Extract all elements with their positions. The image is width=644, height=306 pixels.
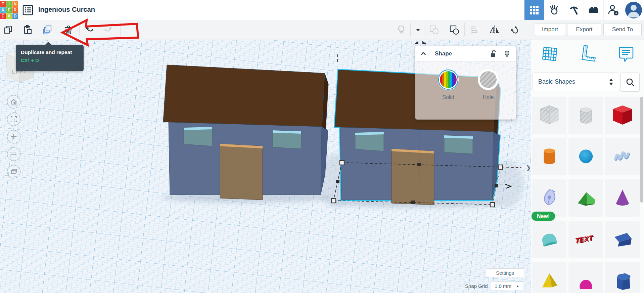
lightbulb-icon[interactable] [503,50,511,57]
shape-tile-cone[interactable] [605,179,640,217]
house-left[interactable] [163,65,328,200]
shape-tile-scribble[interactable] [605,138,640,175]
solid-option[interactable]: Solid [433,69,463,100]
shape-tile-text[interactable]: TEXT TEXT [568,221,603,258]
search-button[interactable] [620,73,640,92]
paraboloid-icon [572,267,600,294]
import-button[interactable]: Import [535,23,565,36]
group-button[interactable] [428,24,440,36]
zoom-in-button[interactable] [7,130,20,143]
snap-grid-label: Snap Grid [465,283,488,289]
fit-view-button[interactable] [7,113,20,126]
panel-scrollbar[interactable] [640,97,643,203]
door[interactable] [392,149,434,205]
tinkercad-logo-icon[interactable]: T I N K E R C A D [0,1,18,19]
text-icon: TEXT TEXT [572,225,600,254]
paste-button[interactable] [22,24,34,36]
redo-button[interactable] [103,24,114,36]
shape-library-panel: Basic Shapes [531,40,644,293]
select-caret-icon [609,78,613,86]
svg-text:A: A [8,14,11,18]
mirror-button[interactable] [489,24,500,36]
minecraft-pickaxe-icon[interactable] [564,0,584,20]
ungroup-button[interactable] [449,24,460,36]
hole-option[interactable]: Hole [473,69,503,100]
door[interactable] [220,144,263,200]
new-badge: New! [532,212,555,221]
search-icon [626,78,635,87]
cone-icon [608,184,637,212]
shape-tile-draw[interactable]: New! [532,179,566,217]
shape-tile-round-roof[interactable] [532,221,566,258]
toolbar-separator [120,23,121,36]
dashboard-grid-icon[interactable] [524,0,544,20]
duplicate-tooltip: Duplicate and repeat Ctrl + D [16,45,84,71]
roof-icon [572,184,600,212]
shape-tile-cylinder-hole[interactable] [568,97,603,134]
shape-tile-polygon[interactable] [605,221,640,258]
mode-switcher [524,0,644,20]
collapse-chevron-icon[interactable] [420,50,427,57]
snap-grid-select[interactable]: 1.0 mm ▲ [491,281,523,290]
invite-person-icon[interactable] [603,0,623,20]
selection-top-arrows [414,41,427,44]
scribble-icon [608,143,637,171]
brick-icon[interactable] [584,0,603,20]
home-view-button[interactable] [7,95,20,108]
delete-button[interactable] [63,24,74,36]
user-avatar[interactable] [623,0,644,20]
svg-text:D: D [14,14,17,18]
shape-tile-box-hole[interactable] [532,97,566,134]
design-properties-icon[interactable] [22,4,34,16]
unlock-icon[interactable] [489,50,497,58]
toolbar-separator [425,23,425,36]
adjust-dropdown-button[interactable] [412,24,424,36]
workplane-magnet-button[interactable] [509,24,520,36]
shape-tile-sphere[interactable] [568,138,603,175]
zoom-out-button[interactable] [7,147,20,161]
duplicate-button[interactable] [42,24,53,36]
toolbar-separator [464,23,465,36]
ruler-tool-icon[interactable] [576,43,599,65]
shape-tile-roof[interactable] [568,179,603,217]
shape-grid: New! [532,97,641,293]
svg-text:TEXT: TEXT [575,233,594,245]
edit-toolbar: Import Export Send To [0,20,644,40]
tinker-hand-icon[interactable] [544,0,564,20]
shape-tile-hex-prism[interactable] [605,262,640,293]
sphere-icon [572,143,600,171]
copy-button[interactable] [3,24,14,36]
cylinder-hole-icon [572,101,600,130]
shape-dialog-header: Shape [415,46,516,61]
perspective-toggle-button[interactable] [7,165,20,178]
tooltip-title: Duplicate and repeat [21,49,84,55]
shape-tile-paraboloid[interactable] [568,262,603,293]
panel-collapse-chevron[interactable]: ❯ [526,164,531,172]
shape-dialog-title: Shape [435,50,452,57]
snap-grid-value: 1.0 mm [495,283,511,289]
workplane-tool-icon[interactable] [538,43,562,65]
toolbar-separator [410,23,411,36]
undo-button[interactable] [84,24,95,36]
shape-tile-box[interactable] [605,97,640,134]
pyramid-icon [535,267,563,294]
notes-tool-icon[interactable] [614,43,637,65]
align-button[interactable] [468,24,480,36]
toolbar-separator [79,23,80,36]
top-bar: T I N K E R C A D Ingenious Curcan [0,0,644,20]
design-title[interactable]: Ingenious Curcan [38,6,95,13]
draw-pen-icon [535,184,563,212]
shape-tile-cylinder[interactable] [532,138,566,175]
adjust-button[interactable] [396,24,407,36]
shape-category-select[interactable]: Basic Shapes [533,73,619,91]
hex-prism-icon [608,267,637,294]
cylinder-icon [535,143,563,171]
export-button[interactable]: Export [567,23,601,36]
box-icon [608,101,637,130]
send-to-button[interactable]: Send To [603,23,642,36]
settings-button[interactable]: Settings [486,268,524,277]
shape-dialog-body: Solid Hole [415,61,516,120]
round-roof-icon [535,225,563,254]
svg-text:E: E [8,8,10,12]
shape-tile-pyramid[interactable] [532,262,566,293]
